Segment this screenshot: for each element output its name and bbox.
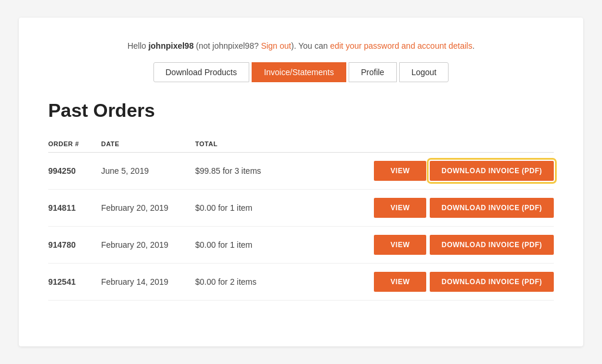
order-date: February 14, 2019 (101, 264, 195, 301)
nav-tabs: Download Products Invoice/Statements Pro… (48, 62, 554, 82)
tab-logout[interactable]: Logout (399, 62, 449, 82)
greeting-suffix: ). You can (291, 41, 330, 50)
view-button[interactable]: VIEW (374, 272, 426, 292)
action-buttons: VIEW DOWNLOAD INVOICE (PDF) (313, 235, 554, 255)
order-number: 914811 (48, 190, 101, 227)
download-invoice-button[interactable]: DOWNLOAD INVOICE (PDF) (430, 198, 554, 218)
greeting-prefix: Hello (128, 41, 149, 50)
order-total: $99.85 for 3 items (195, 153, 313, 190)
col-header-order: Order # (48, 136, 101, 153)
order-number: 912541 (48, 264, 101, 301)
order-date: June 5, 2019 (101, 153, 195, 190)
table-header-row: Order # Date Total (48, 136, 554, 153)
greeting-end: . (472, 41, 474, 50)
table-row: 912541 February 14, 2019 $0.00 for 2 ite… (48, 264, 554, 301)
view-button[interactable]: VIEW (374, 198, 426, 218)
order-total: $0.00 for 2 items (195, 264, 313, 301)
order-date: February 20, 2019 (101, 227, 195, 264)
col-header-total: Total (195, 136, 313, 153)
download-invoice-button[interactable]: DOWNLOAD INVOICE (PDF) (430, 161, 554, 181)
page-container: Hello johnpixel98 (not johnpixel98? Sign… (19, 18, 583, 346)
action-buttons: VIEW DOWNLOAD INVOICE (PDF) (313, 198, 554, 218)
signout-link[interactable]: Sign out (261, 41, 291, 50)
col-header-date: Date (101, 136, 195, 153)
col-header-actions (313, 136, 554, 153)
edit-account-link[interactable]: edit your password and account details (330, 41, 472, 50)
tab-download-products[interactable]: Download Products (153, 62, 249, 82)
table-row: 914780 February 20, 2019 $0.00 for 1 ite… (48, 227, 554, 264)
order-actions: VIEW DOWNLOAD INVOICE (PDF) (313, 264, 554, 301)
order-number: 914780 (48, 227, 101, 264)
order-actions: VIEW DOWNLOAD INVOICE (PDF) (313, 190, 554, 227)
order-number: 994250 (48, 153, 101, 190)
tab-profile[interactable]: Profile (349, 62, 397, 82)
order-actions: VIEW DOWNLOAD INVOICE (PDF) (313, 227, 554, 264)
action-buttons: VIEW DOWNLOAD INVOICE (PDF) (313, 272, 554, 292)
view-button[interactable]: VIEW (374, 235, 426, 255)
greeting-not-text: (not johnpixel98? (193, 41, 260, 50)
order-total: $0.00 for 1 item (195, 190, 313, 227)
table-row: 994250 June 5, 2019 $99.85 for 3 items V… (48, 153, 554, 190)
page-title: Past Orders (48, 100, 554, 122)
orders-table: Order # Date Total 994250 June 5, 2019 $… (48, 136, 554, 301)
download-invoice-button[interactable]: DOWNLOAD INVOICE (PDF) (430, 235, 554, 255)
greeting-username: johnpixel98 (148, 41, 193, 50)
action-buttons: VIEW DOWNLOAD INVOICE (PDF) (313, 161, 554, 181)
tab-invoice-statements[interactable]: Invoice/Statements (252, 62, 346, 82)
view-button[interactable]: VIEW (374, 161, 426, 181)
greeting-bar: Hello johnpixel98 (not johnpixel98? Sign… (48, 41, 554, 50)
order-actions: VIEW DOWNLOAD INVOICE (PDF) (313, 153, 554, 190)
order-date: February 20, 2019 (101, 190, 195, 227)
table-row: 914811 February 20, 2019 $0.00 for 1 ite… (48, 190, 554, 227)
order-total: $0.00 for 1 item (195, 227, 313, 264)
download-invoice-button[interactable]: DOWNLOAD INVOICE (PDF) (430, 272, 554, 292)
